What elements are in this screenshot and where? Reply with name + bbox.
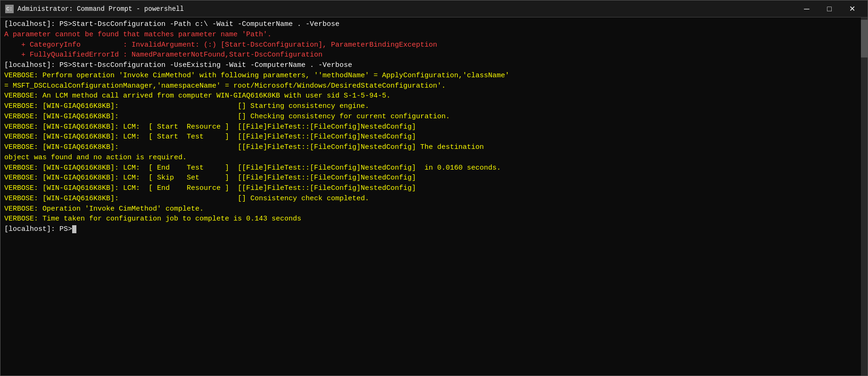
minimize-button[interactable]: ─ — [796, 2, 818, 16]
terminal-content: [localhost]: PS>Start-DscConfiguration -… — [4, 19, 864, 235]
cmd-icon: C: — [5, 5, 14, 13]
title-bar: C: Administrator: Command Prompt - power… — [0, 0, 868, 17]
terminal-line: A parameter cannot be found that matches… — [4, 30, 854, 40]
window-title: Administrator: Command Prompt - powershe… — [17, 5, 184, 13]
terminal-line: [localhost]: PS>Start-DscConfiguration -… — [4, 19, 854, 30]
terminal-line: VERBOSE: An LCM method call arrived from… — [4, 91, 854, 101]
title-bar-controls: ─ □ ✕ — [796, 2, 863, 16]
terminal-line: VERBOSE: Operation 'Invoke CimMethod' co… — [4, 204, 854, 214]
terminal-line: VERBOSE: Perform operation 'Invoke CimMe… — [4, 71, 854, 81]
scrollbar[interactable] — [861, 17, 868, 376]
terminal-line: [localhost]: PS> — [4, 224, 854, 235]
terminal-line: VERBOSE: [WIN-GIAQ616K8KB]: [] Starting … — [4, 101, 854, 112]
close-button[interactable]: ✕ — [841, 2, 863, 16]
title-bar-left: C: Administrator: Command Prompt - power… — [5, 5, 184, 13]
cursor — [72, 225, 76, 233]
terminal-line: VERBOSE: [WIN-GIAQ616K8KB]: [] Consisten… — [4, 194, 854, 204]
terminal-line: VERBOSE: [WIN-GIAQ616K8KB]: LCM: [ End T… — [4, 163, 854, 173]
window: C: Administrator: Command Prompt - power… — [0, 0, 868, 376]
terminal-line: VERBOSE: [WIN-GIAQ616K8KB]: LCM: [ Start… — [4, 122, 854, 132]
terminal-line: VERBOSE: [WIN-GIAQ616K8KB]: [[File]FileT… — [4, 142, 854, 153]
terminal-line: VERBOSE: Time taken for configuration jo… — [4, 214, 854, 224]
terminal-line: VERBOSE: [WIN-GIAQ616K8KB]: LCM: [ Skip … — [4, 173, 854, 183]
maximize-button[interactable]: □ — [818, 2, 840, 16]
terminal-body[interactable]: [localhost]: PS>Start-DscConfiguration -… — [0, 17, 868, 376]
terminal-line: = MSFT_DSCLocalConfigurationManager,'nam… — [4, 81, 854, 91]
terminal-line: VERBOSE: [WIN-GIAQ616K8KB]: LCM: [ End R… — [4, 183, 854, 194]
terminal-line: VERBOSE: [WIN-GIAQ616K8KB]: [] Checking … — [4, 112, 854, 122]
scrollbar-thumb[interactable] — [861, 20, 868, 57]
terminal-line: [localhost]: PS>Start-DscConfiguration -… — [4, 60, 854, 71]
terminal-line: + CategoryInfo : InvalidArgument: (:) [S… — [4, 40, 854, 50]
terminal-line: VERBOSE: [WIN-GIAQ616K8KB]: LCM: [ Start… — [4, 132, 854, 142]
terminal-line: object was found and no action is requir… — [4, 153, 854, 163]
terminal-line: + FullyQualifiedErrorId : NamedParameter… — [4, 50, 854, 60]
